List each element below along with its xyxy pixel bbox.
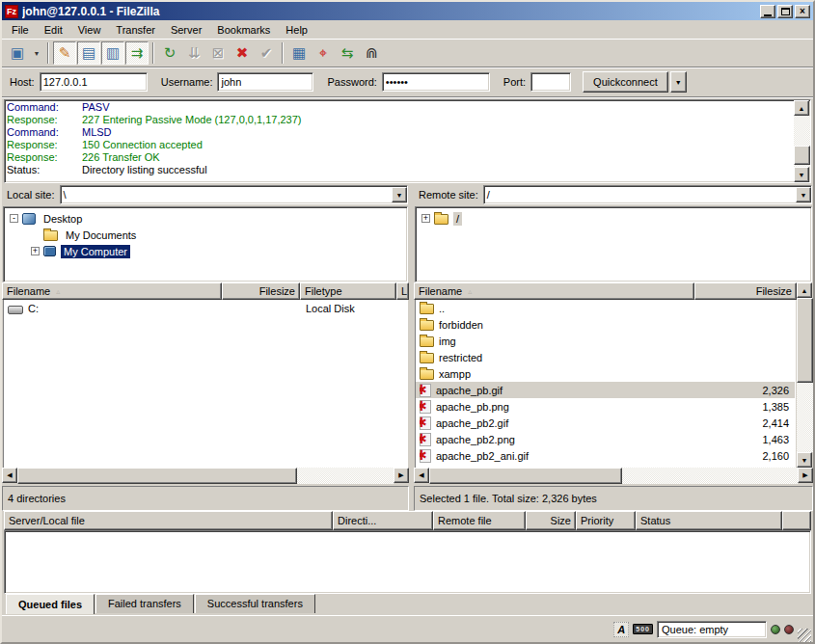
tree-item-label[interactable]: / — [453, 212, 462, 226]
expand-icon[interactable]: + — [31, 247, 40, 255]
site-manager-dropdown-button[interactable]: ▼ — [30, 41, 43, 65]
menu-edit[interactable]: Edit — [37, 22, 70, 38]
file-row[interactable]: apache_pb.png 1,385 — [416, 398, 795, 415]
column-filename[interactable]: Filename ▵ — [414, 282, 694, 300]
remote-vertical-scrollbar[interactable]: ▲ ▼ — [797, 282, 813, 468]
chevron-down-icon[interactable]: ▼ — [392, 187, 407, 202]
scroll-left-icon[interactable]: ◀ — [414, 468, 429, 483]
column-filesize[interactable]: Filesize — [222, 282, 300, 300]
log-line: Response: 226 Transfer OK — [7, 151, 794, 164]
log-vertical-scrollbar[interactable]: ▲ ▼ — [794, 100, 810, 182]
column-size[interactable]: Size — [526, 511, 576, 530]
tree-item-label[interactable]: My Computer — [61, 245, 130, 258]
close-button[interactable]: × — [795, 5, 810, 18]
file-row[interactable]: forbidden — [416, 316, 795, 333]
file-row[interactable]: apache_pb2.png 1,463 — [416, 431, 795, 447]
username-input[interactable] — [217, 72, 313, 92]
scroll-down-icon[interactable]: ▼ — [794, 167, 809, 182]
remote-horizontal-scrollbar[interactable]: ◀ ▶ — [414, 468, 813, 484]
tree-item-label[interactable]: Desktop — [41, 212, 85, 226]
file-row[interactable]: xampp — [416, 365, 795, 382]
toolbar-separator — [152, 42, 154, 64]
log-scroll-track[interactable] — [794, 116, 810, 167]
tab-queued-files[interactable]: Queued files — [6, 594, 95, 614]
local-site-combobox[interactable]: \ ▼ — [60, 185, 408, 204]
toolbar-separator — [282, 42, 284, 64]
quickconnect-dropdown-button[interactable]: ▼ — [670, 71, 687, 93]
local-scroll-track[interactable] — [17, 468, 394, 484]
status-bar: A 500 Queue: empty — [2, 615, 813, 642]
chevron-down-icon[interactable]: ▼ — [796, 187, 811, 202]
column-remote-file[interactable]: Remote file — [433, 511, 526, 530]
filename-filters-button[interactable]: ⌖ — [312, 41, 335, 65]
remote-file-list: .. forbidden img restricted — [415, 300, 796, 468]
minimize-button[interactable] — [760, 5, 775, 18]
column-filetype[interactable]: Filetype — [300, 282, 396, 300]
column-priority[interactable]: Priority — [576, 511, 636, 530]
toggle-local-tree-button[interactable]: ▤ — [77, 41, 100, 65]
file-row[interactable]: apache_pb2.gif 2,414 — [416, 415, 795, 431]
site-manager-button[interactable]: ▣ — [6, 41, 29, 65]
remote-scroll-thumb-h[interactable] — [429, 468, 622, 484]
menu-view[interactable]: View — [70, 22, 109, 38]
toggle-transfer-queue-button[interactable]: ⇉ — [125, 41, 149, 65]
synchronized-browsing-button[interactable]: ⇆ — [336, 41, 359, 65]
menu-server[interactable]: Server — [163, 22, 209, 38]
directory-comparison-button[interactable]: ▦ — [287, 41, 311, 65]
tree-item-my-computer[interactable]: + My Computer — [4, 243, 407, 259]
local-horizontal-scrollbar[interactable]: ◀ ▶ — [2, 468, 409, 484]
file-row[interactable]: img — [416, 333, 795, 349]
file-row[interactable]: .. — [416, 300, 795, 316]
host-input[interactable] — [40, 72, 148, 92]
folder-icon — [420, 353, 434, 363]
remote-scroll-track-h[interactable] — [429, 468, 798, 484]
scroll-up-icon[interactable]: ▲ — [794, 100, 809, 116]
file-row-selected[interactable]: apache_pb.gif 2,326 — [416, 382, 795, 398]
tree-item-label[interactable]: My Documents — [63, 228, 139, 242]
disconnect-button[interactable]: ✖ — [231, 41, 254, 65]
find-files-button[interactable]: ⋒ — [360, 41, 383, 65]
scroll-down-icon[interactable]: ▼ — [797, 452, 812, 468]
scroll-right-icon[interactable]: ▶ — [798, 468, 813, 483]
column-server-local-file[interactable]: Server/Local file — [4, 511, 333, 530]
column-last-modified[interactable]: L — [396, 282, 409, 300]
tab-failed-transfers[interactable]: Failed transfers — [95, 594, 194, 613]
remote-scroll-track[interactable] — [797, 298, 813, 452]
resize-grip[interactable] — [798, 629, 811, 642]
log-scroll-thumb[interactable] — [794, 146, 810, 165]
ascii-transfer-type-icon[interactable]: A — [613, 622, 629, 637]
menu-transfer[interactable]: Transfer — [108, 22, 163, 38]
file-row-c-drive[interactable]: C: Local Disk — [4, 300, 407, 316]
column-filename[interactable]: Filename ▵ — [2, 282, 222, 300]
quickconnect-button[interactable]: Quickconnect — [583, 71, 668, 93]
log-line: Status: Directory listing successful — [7, 164, 794, 176]
expand-icon[interactable]: + — [421, 214, 430, 223]
column-direction[interactable]: Directi... — [333, 511, 433, 530]
remote-scroll-thumb[interactable] — [797, 298, 813, 383]
tab-successful-transfers[interactable]: Successful transfers — [195, 594, 315, 613]
scroll-up-icon[interactable]: ▲ — [797, 282, 812, 298]
column-status[interactable]: Status — [636, 511, 782, 530]
tree-item-my-documents[interactable]: My Documents — [4, 227, 407, 243]
tree-item-root[interactable]: + / — [416, 210, 811, 227]
file-row[interactable]: restricted — [416, 349, 795, 365]
speed-limit-icon[interactable]: 500 — [633, 624, 653, 634]
remote-site-combobox[interactable]: / ▼ — [483, 185, 812, 204]
maximize-button[interactable] — [777, 5, 793, 18]
menu-file[interactable]: File — [4, 22, 37, 38]
column-filesize[interactable]: Filesize — [694, 282, 797, 300]
collapse-icon[interactable]: - — [10, 214, 18, 223]
toggle-message-log-button[interactable]: ✎ — [53, 41, 76, 65]
menu-help[interactable]: Help — [278, 22, 315, 38]
menu-bookmarks[interactable]: Bookmarks — [209, 22, 278, 38]
scroll-right-icon[interactable]: ▶ — [394, 468, 409, 483]
local-scroll-thumb[interactable] — [17, 468, 297, 484]
port-input[interactable] — [530, 72, 571, 92]
file-row[interactable]: apache_pb2_ani.gif 2,160 — [416, 447, 795, 464]
password-input[interactable] — [382, 72, 490, 92]
local-site-label: Local site: — [3, 189, 60, 201]
toggle-remote-tree-button[interactable]: ▥ — [101, 41, 124, 65]
refresh-button[interactable]: ↻ — [158, 41, 181, 65]
tree-item-desktop[interactable]: - Desktop — [4, 210, 407, 227]
scroll-left-icon[interactable]: ◀ — [2, 468, 17, 483]
